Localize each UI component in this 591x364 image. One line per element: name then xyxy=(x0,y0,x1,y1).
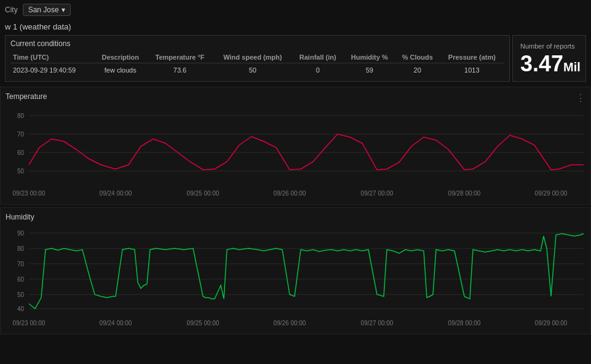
col-time: Time (UTC) xyxy=(10,52,94,63)
temperature-chart-title: Temperature xyxy=(6,92,585,101)
svg-text:09/25 00:00: 09/25 00:00 xyxy=(187,190,220,197)
chart-menu-button[interactable]: ⋮ xyxy=(576,92,585,104)
svg-text:09/28 00:00: 09/28 00:00 xyxy=(448,190,481,197)
reports-card: Number of reports 3.47 Mil xyxy=(512,35,586,82)
reports-value: 3.47 xyxy=(520,53,563,75)
col-humidity: Humidity % xyxy=(344,52,395,63)
city-label: City xyxy=(5,6,18,14)
city-value: San Jose xyxy=(28,6,59,14)
table-header-row: Time (UTC) Description Temperature °F Wi… xyxy=(10,52,504,63)
svg-text:80: 80 xyxy=(17,245,25,252)
col-pressure: Pressure (atm) xyxy=(440,52,504,63)
dropdown-arrow-icon: ▾ xyxy=(61,6,65,14)
col-clouds: % Clouds xyxy=(395,52,440,63)
conditions-box: Current conditions Time (UTC) Descriptio… xyxy=(5,35,510,82)
svg-text:09/24 00:00: 09/24 00:00 xyxy=(100,320,132,326)
svg-text:60: 60 xyxy=(17,149,25,156)
col-rainfall: Rainfall (in) xyxy=(292,52,344,63)
temperature-chart-container: 80 70 60 50 09/23 00:00 09/24 00:00 09/2… xyxy=(6,103,585,202)
humidity-chart-panel: Humidity 90 80 70 60 50 40 09/23 00:00 0… xyxy=(0,207,591,334)
svg-text:09/27 00:00: 09/27 00:00 xyxy=(361,190,394,197)
temperature-svg: 80 70 60 50 09/23 00:00 09/24 00:00 09/2… xyxy=(6,103,587,202)
svg-text:40: 40 xyxy=(17,306,25,312)
svg-text:09/29 00:00: 09/29 00:00 xyxy=(535,320,568,326)
top-panel: Current conditions Time (UTC) Descriptio… xyxy=(0,35,591,87)
svg-text:50: 50 xyxy=(17,168,25,175)
svg-text:70: 70 xyxy=(17,131,25,138)
svg-text:09/23 00:00: 09/23 00:00 xyxy=(13,190,46,197)
reports-label: Number of reports xyxy=(520,42,578,50)
svg-text:80: 80 xyxy=(17,113,25,119)
svg-text:90: 90 xyxy=(17,230,25,237)
svg-text:09/26 00:00: 09/26 00:00 xyxy=(274,320,306,326)
svg-text:60: 60 xyxy=(17,276,25,283)
section-title: w 1 (weather data) xyxy=(0,20,591,35)
table-row: 2023-09-29 19:40:59few clouds73.65005920… xyxy=(10,63,504,77)
col-description: Description xyxy=(94,52,146,63)
header: City San Jose ▾ xyxy=(0,0,591,20)
col-windspeed: Wind speed (mph) xyxy=(213,52,292,63)
humidity-chart-title: Humidity xyxy=(6,213,585,221)
svg-text:09/25 00:00: 09/25 00:00 xyxy=(187,320,220,326)
svg-text:09/28 00:00: 09/28 00:00 xyxy=(448,320,481,326)
svg-text:09/27 00:00: 09/27 00:00 xyxy=(361,320,394,326)
reports-unit: Mil xyxy=(563,60,581,74)
svg-text:09/24 00:00: 09/24 00:00 xyxy=(100,190,132,197)
conditions-table: Time (UTC) Description Temperature °F Wi… xyxy=(10,52,504,77)
conditions-title: Current conditions xyxy=(10,39,504,48)
svg-text:50: 50 xyxy=(17,291,25,298)
svg-text:09/26 00:00: 09/26 00:00 xyxy=(274,190,306,197)
svg-text:70: 70 xyxy=(17,261,25,267)
city-dropdown[interactable]: San Jose ▾ xyxy=(23,4,71,16)
svg-text:09/23 00:00: 09/23 00:00 xyxy=(13,320,46,326)
humidity-chart-container: 90 80 70 60 50 40 09/23 00:00 09/24 00:0… xyxy=(6,224,585,331)
humidity-svg: 90 80 70 60 50 40 09/23 00:00 09/24 00:0… xyxy=(6,224,587,331)
svg-text:09/29 00:00: 09/29 00:00 xyxy=(535,190,568,197)
col-temperature: Temperature °F xyxy=(146,52,213,63)
temperature-chart-panel: Temperature ⋮ 80 70 60 50 09/23 00:00 09… xyxy=(0,87,591,205)
